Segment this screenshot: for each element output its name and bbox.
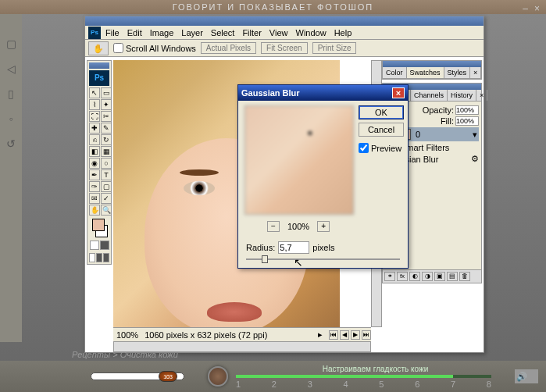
crop-tool[interactable]: ⛶ <box>89 111 100 122</box>
wand-tool[interactable]: ✦ <box>101 99 112 110</box>
trash-icon[interactable]: 🗑 <box>459 272 470 281</box>
close-icon[interactable]: × <box>534 2 541 16</box>
fit-screen-button[interactable]: Fit Screen <box>261 42 308 54</box>
blur-tool[interactable]: ◉ <box>89 158 100 169</box>
mask-icon[interactable]: ◐ <box>409 272 420 281</box>
fg-color[interactable] <box>92 219 105 231</box>
menu-filter[interactable]: Filter <box>242 28 261 37</box>
canvas-status: 100% 1060 pixels x 632 pixels (72 ppi) ▸… <box>113 327 371 341</box>
heal-tool[interactable]: ✚ <box>89 123 100 134</box>
tab-swatches[interactable]: Swatches <box>407 67 444 78</box>
minimize-icon[interactable]: – <box>523 2 530 16</box>
pen-tool[interactable]: ✑ <box>89 181 100 192</box>
zoom-in-button[interactable]: + <box>317 221 330 232</box>
menu-help[interactable]: Help <box>334 28 352 37</box>
menu-edit[interactable]: Edit <box>127 28 142 37</box>
dialog-close-icon[interactable]: × <box>392 87 405 98</box>
tab-channels[interactable]: Channels <box>411 90 448 101</box>
hand-tool[interactable]: ✋ <box>89 205 100 216</box>
zoom-out-button[interactable]: − <box>267 221 280 232</box>
play-knob[interactable] <box>208 366 228 387</box>
zoom-tool[interactable]: 🔍 <box>101 205 112 216</box>
type-tool[interactable]: T <box>101 169 112 180</box>
brush-tool[interactable]: ✎ <box>101 123 112 134</box>
opacity-input[interactable] <box>455 105 479 115</box>
tool-icon[interactable]: ◁ <box>5 62 16 73</box>
fx-icon[interactable]: fx <box>397 272 408 281</box>
tool-icon[interactable]: ◦ <box>5 112 16 123</box>
tool-icon[interactable]: ▢ <box>5 37 16 48</box>
scroll-all-checkbox[interactable]: Scroll All Windows <box>113 43 196 53</box>
hand-tool-icon[interactable]: ✋ <box>88 41 109 55</box>
volume-control[interactable]: 🔊 <box>515 369 538 383</box>
actual-pixels-button[interactable]: Actual Pixels <box>201 42 256 54</box>
folder-icon[interactable]: ▣ <box>434 272 445 281</box>
nav-play-icon[interactable]: ▶ <box>351 330 360 340</box>
shape-tool[interactable]: ▢ <box>101 181 112 192</box>
print-size-button[interactable]: Print Size <box>312 42 357 54</box>
tick[interactable]: 6 <box>415 380 419 389</box>
progress-bar[interactable]: 103 <box>91 372 184 380</box>
quick-mask[interactable] <box>89 253 109 262</box>
timeline-bar[interactable] <box>236 375 491 378</box>
link-icon[interactable]: ⚭ <box>384 272 395 281</box>
eraser-tool[interactable]: ◧ <box>89 146 100 157</box>
tab-color[interactable]: Color <box>383 67 407 78</box>
menu-layer[interactable]: Layer <box>181 28 203 37</box>
cancel-button[interactable]: Cancel <box>359 123 404 137</box>
layer-name[interactable]: 0 <box>416 130 420 139</box>
stamp-tool[interactable]: ⎌ <box>89 134 100 145</box>
filter-settings-icon[interactable]: ⚙ <box>471 154 479 164</box>
screen-mode[interactable] <box>89 241 109 250</box>
dodge-tool[interactable]: ○ <box>101 158 112 169</box>
progress-thumb[interactable]: 103 <box>159 371 177 382</box>
dialog-title: Gaussian Blur <box>241 88 300 98</box>
move-tool[interactable]: ↖ <box>89 87 100 98</box>
color-panel: Color Swatches Styles × <box>382 60 482 80</box>
panel-close-icon[interactable]: × <box>470 67 481 78</box>
menu-select[interactable]: Select <box>211 28 235 37</box>
eyedrop-tool[interactable]: ✓ <box>101 193 112 204</box>
tick[interactable]: 3 <box>308 380 312 389</box>
player-bar: 103 Настраиваем гладкость кожи 1 2 3 4 5… <box>0 361 546 392</box>
tool-icon[interactable]: ↺ <box>5 137 16 148</box>
nav-next-icon[interactable]: ⏭ <box>362 330 371 340</box>
tick[interactable]: 5 <box>379 380 384 389</box>
adj-icon[interactable]: ◑ <box>422 272 433 281</box>
fill-input[interactable] <box>455 116 479 126</box>
tool-icon[interactable]: ▯ <box>5 87 16 98</box>
path-tool[interactable]: ✒ <box>89 169 100 180</box>
notes-tool[interactable]: ✉ <box>89 193 100 204</box>
menu-image[interactable]: Image <box>150 28 174 37</box>
tab-history[interactable]: History <box>448 90 476 101</box>
radius-slider[interactable] <box>238 258 408 268</box>
new-icon[interactable]: ▤ <box>447 272 458 281</box>
nav-first-icon[interactable]: ⏮ <box>329 330 338 340</box>
preview-image[interactable] <box>244 105 354 215</box>
ps-titlebar <box>85 16 484 26</box>
tick[interactable]: 7 <box>451 380 455 389</box>
menu-file[interactable]: File <box>105 28 120 37</box>
menu-window[interactable]: Window <box>296 28 327 37</box>
zoom-level[interactable]: 100% <box>116 330 138 340</box>
history-tool[interactable]: ↻ <box>101 134 112 145</box>
color-swatches[interactable] <box>89 219 111 237</box>
dialog-titlebar[interactable]: Gaussian Blur × <box>238 85 408 101</box>
preview-checkbox[interactable]: Preview <box>359 143 404 153</box>
nav-prev-icon[interactable]: ◀ <box>340 330 349 340</box>
slice-tool[interactable]: ✂ <box>101 111 112 122</box>
radius-input[interactable] <box>278 241 309 254</box>
tick[interactable]: 1 <box>236 380 241 389</box>
ok-button[interactable]: OK <box>359 105 404 119</box>
slider-thumb[interactable] <box>262 255 268 263</box>
gradient-tool[interactable]: ▦ <box>101 146 112 157</box>
marquee-tool[interactable]: ▭ <box>101 87 112 98</box>
tick[interactable]: 8 <box>487 380 491 389</box>
tick[interactable]: 2 <box>272 380 277 389</box>
breadcrumb[interactable]: Рецепты > Очистка кожи <box>72 350 178 359</box>
tick[interactable]: 4 <box>343 380 348 389</box>
panel-close-icon[interactable]: × <box>476 90 487 101</box>
tab-styles[interactable]: Styles <box>444 67 471 78</box>
menu-view[interactable]: View <box>269 28 288 37</box>
lasso-tool[interactable]: ⌇ <box>89 99 100 110</box>
